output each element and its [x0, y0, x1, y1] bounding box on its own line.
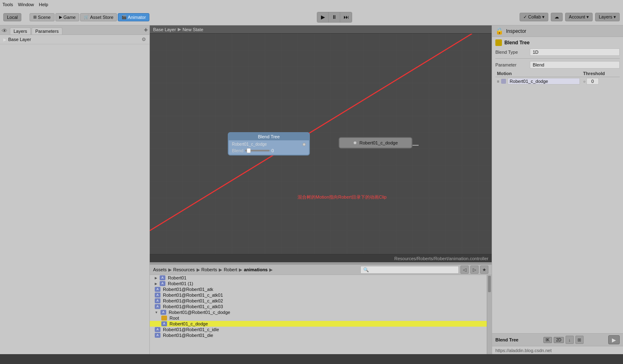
blend-tree-node-title: Blend Tree — [229, 133, 309, 140]
left-panel: 👁 Layers Parameters + ▶ Base Layer ⚙ — [0, 25, 150, 354]
bottom-star[interactable]: ★ — [480, 266, 488, 274]
inspector-play-button[interactable]: ▶ — [608, 335, 620, 344]
blend-tree-node[interactable]: Blend Tree Robert01_c_dodge Blend 0 — [228, 132, 310, 156]
crumb-animations[interactable]: animations — [244, 267, 268, 272]
url-text[interactable]: https://aladdin.blog.csdn.net — [495, 348, 552, 353]
output-port — [302, 143, 306, 146]
anim-icon: A — [155, 327, 160, 332]
play-button[interactable]: ▶ — [317, 12, 329, 22]
animator-panel: 👁 Layers Parameters + ▶ Base Layer ⚙ — [0, 25, 149, 354]
base-layer-item[interactable]: ▶ Base Layer ⚙ — [0, 35, 149, 44]
list-item[interactable]: A Robert01@Robert01_c_idle — [150, 327, 487, 332]
twod-badge[interactable]: 2D — [554, 337, 564, 343]
playback-controls: ▶ ⏸ ⏭ — [317, 12, 352, 23]
motion-table: Motion Threshold ≡ Robert01_c_dodge — [495, 70, 620, 85]
blend-type-value[interactable]: 1D — [530, 48, 620, 56]
menu-help[interactable]: Help — [39, 2, 48, 7]
main-area: 👁 Layers Parameters + ▶ Base Layer ⚙ — [0, 25, 623, 354]
list-item[interactable]: ▼ A Robert01@Robert01_c_dodge — [150, 309, 487, 315]
bottom-list: ▶ A Robert01 ▶ A Robert01 (1) A Robert01… — [150, 275, 487, 354]
bottom-panel: Assets ▶ Resources ▶ Roberts ▶ Robert ▶ … — [150, 264, 492, 354]
game-tab[interactable]: ▶ Game — [55, 13, 80, 21]
canvas-area: Base Layer ▶ New State Blend Tree — [150, 25, 492, 262]
search-field[interactable]: 🔍 — [360, 266, 459, 274]
motion-col-header: Motion — [495, 70, 582, 77]
breadcrumb-sep: ▶ — [178, 27, 181, 32]
list-item[interactable]: Root — [150, 315, 487, 321]
right-panel: 🔒 Inspector Blend Tree Blend Type 1D Par… — [492, 25, 623, 354]
threshold-col-header: Threshold — [582, 70, 620, 77]
eye-icon[interactable]: 👁 — [2, 27, 7, 34]
list-item[interactable]: ▶ A Robert01 (1) — [150, 281, 487, 286]
parameter-value[interactable]: Blend — [530, 61, 620, 69]
list-item[interactable]: ▶ A Robert01 — [150, 275, 487, 281]
sub-label: Robert01_c_dodge — [232, 142, 267, 147]
add-layer-button[interactable]: + — [144, 26, 148, 34]
crumb-resources[interactable]: Resources — [173, 267, 195, 272]
layers-button[interactable]: Layers ▾ — [595, 13, 620, 21]
bottom-icon-2[interactable]: ▷ — [470, 266, 479, 274]
folder-icon — [161, 316, 167, 321]
ik-badge[interactable]: IK — [543, 337, 552, 343]
scene-tab[interactable]: ⊞ Scene — [30, 13, 54, 21]
list-item[interactable]: A Robert01@Robert01_atk — [150, 286, 487, 292]
annotation-text: 混合树的Motion指向Robert目录下的动画Clip — [298, 194, 387, 200]
motion-anim-icon — [501, 79, 506, 84]
animator-tabs: 👁 Layers Parameters + — [0, 25, 149, 35]
robert-node[interactable]: Robert01_c_dodge — [339, 137, 412, 149]
robert-node-title: Robert01_c_dodge — [339, 138, 412, 148]
anim-icon: A — [155, 287, 160, 292]
threshold-row: ○ 0 — [583, 78, 618, 85]
inspector-title: Inspector — [506, 28, 526, 34]
menu-window[interactable]: Window — [18, 2, 34, 7]
list-item[interactable]: A Robert01@Robert01_c_atk03 — [150, 304, 487, 309]
pause-button[interactable]: ⏸ — [329, 12, 340, 22]
list-item[interactable]: A Robert01@Robert01_c_atk02 — [150, 298, 487, 304]
anim-icon: A — [160, 281, 165, 286]
canvas-footer: Resources/Roberts/Robert/animation.contr… — [150, 254, 492, 262]
motion-row: ≡ Robert01_c_dodge ○ 0 — [495, 77, 620, 86]
parameter-label: Parameter — [495, 62, 528, 67]
breadcrumb-base[interactable]: Base Layer — [153, 27, 176, 32]
threshold-cell: ○ 0 — [582, 77, 620, 86]
inspector-content: Blend Tree Blend Type 1D Parameter Blend… — [492, 37, 623, 188]
layer-gear-icon[interactable]: ⚙ — [142, 37, 146, 42]
layers-tab[interactable]: Layers — [10, 27, 31, 34]
list-item[interactable]: A Robert01@Robert01_c_atk01 — [150, 292, 487, 298]
anim-icon: A — [161, 321, 167, 326]
blend-slider[interactable]: Blend 0 — [232, 148, 306, 153]
anim-icon: A — [155, 293, 160, 298]
motion-value[interactable]: Robert01_c_dodge — [508, 78, 580, 85]
list-item-highlighted[interactable]: A Robert01_c_dodge — [150, 321, 487, 327]
menu-tools[interactable]: Tools — [2, 2, 13, 7]
crumb-robert[interactable]: Robert — [224, 267, 237, 272]
animator-tabs-right: + — [144, 26, 148, 34]
asset-store-tab[interactable]: 🛒 Asset Store — [80, 13, 117, 21]
parameters-tab[interactable]: Parameters — [32, 27, 62, 34]
threshold-value[interactable]: 0 — [586, 78, 599, 85]
animator-canvas[interactable]: Blend Tree Robert01_c_dodge Blend 0 — [150, 34, 492, 254]
breadcrumb-bottom: Assets ▶ Resources ▶ Roberts ▶ Robert ▶ … — [153, 267, 273, 272]
account-button[interactable]: Account ▾ — [565, 13, 593, 21]
download-icon[interactable]: ↓ — [566, 336, 574, 344]
local-button[interactable]: Local — [3, 13, 21, 21]
animator-tab[interactable]: 🎬 Animator — [118, 13, 149, 21]
url-bar: https://aladdin.blog.csdn.net — [492, 346, 623, 354]
crumb-assets[interactable]: Assets — [153, 267, 167, 272]
toolbar-left: Local ⊞ Scene ▶ Game 🛒 Asset Store 🎬 Ani… — [3, 13, 149, 21]
blend-thumb[interactable] — [247, 148, 251, 153]
settings-icon[interactable]: ⊞ — [575, 336, 584, 344]
blend-track[interactable] — [245, 150, 270, 151]
breadcrumb-state[interactable]: New State — [183, 27, 204, 32]
blend-tree-footer-label: Blend Tree — [495, 337, 518, 342]
crumb-roberts[interactable]: Roberts — [202, 267, 218, 272]
bottom-scrollbar[interactable] — [487, 275, 492, 354]
step-button[interactable]: ⏭ — [340, 12, 352, 22]
bottom-icon-1[interactable]: ◁ — [460, 266, 469, 274]
cloud-button[interactable]: ☁ — [551, 13, 563, 21]
list-item[interactable]: A Robert01@Robert01_die — [150, 332, 487, 338]
anim-icon: A — [155, 333, 160, 338]
collab-button[interactable]: ✓ Collab ▾ — [520, 13, 548, 21]
bottom-panel-header: Assets ▶ Resources ▶ Roberts ▶ Robert ▶ … — [150, 265, 492, 275]
threshold-circle[interactable]: ○ — [583, 79, 586, 84]
